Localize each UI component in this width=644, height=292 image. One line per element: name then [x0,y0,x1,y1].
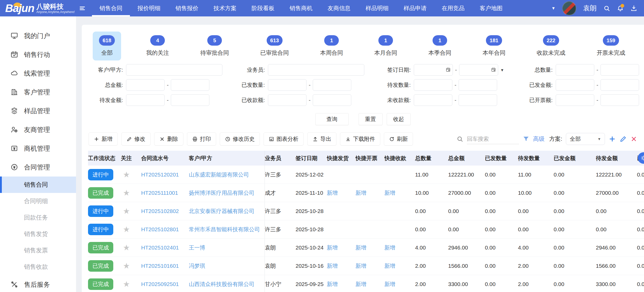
stat-card[interactable]: 1本周合同 [314,32,349,60]
hamburger-icon[interactable] [79,5,86,12]
sidebar-subitem[interactable]: 销售发票 [0,242,76,259]
filter-input-max[interactable] [601,94,639,106]
favorite-star-icon[interactable]: ★ [121,189,130,197]
reset-button[interactable]: 重置 [359,113,383,125]
nav-tab[interactable]: 销售合同 [92,0,130,16]
stat-card[interactable]: 1本月合同 [368,32,403,60]
plan-select[interactable]: 全部 ▼ [566,133,605,145]
filter-input-min[interactable] [126,79,165,91]
toolbar-button[interactable]: 修改历史 [220,132,260,145]
filter-input-min[interactable] [268,94,307,106]
quick-invoice-link[interactable]: 新增 [355,262,366,270]
quick-ship-link[interactable]: 新增 [327,262,338,270]
toolbar-button[interactable]: 图表分析 [264,132,304,145]
contract-number-link[interactable]: HT2025102802 [141,208,179,214]
nav-tab[interactable]: 客户地图 [472,0,510,16]
filter-input[interactable] [268,64,364,76]
brand-logo[interactable]: Bajun 八骏科技 Anyone,Anytime,Anywhere! [0,2,77,15]
filter-input-min[interactable] [414,79,452,91]
customer-link[interactable]: 冯梦琪 [189,262,205,270]
stat-card[interactable]: 5待审批合同 [194,32,235,60]
favorite-star-icon[interactable]: ★ [121,244,130,252]
stat-card[interactable]: 4我的关注 [140,32,175,60]
favorite-star-icon[interactable]: ★ [121,280,130,288]
stat-card[interactable]: 613已审批合同 [254,32,295,60]
quick-invoice-link[interactable]: 新增 [355,281,366,288]
filter-input-min[interactable] [268,79,307,91]
nav-tab[interactable]: 样品明细 [358,0,396,16]
nav-tab[interactable]: 报价明细 [130,0,168,16]
filter-input-max[interactable] [601,79,639,91]
sidebar-item[interactable]: 我的门户 [0,26,76,45]
contract-number-link[interactable]: HT2025102801 [141,226,179,233]
bell-icon[interactable] [617,5,624,12]
filter-input[interactable] [126,64,222,76]
quick-invoice-link[interactable]: 新增 [355,244,366,251]
nav-tab[interactable]: 技术方案 [206,0,244,16]
nav-tab[interactable]: 样品申请 [396,0,434,16]
sidebar-item[interactable]: 样品管理 [0,101,76,120]
quick-invoice-link[interactable]: 新增 [355,189,366,197]
toolbar-button[interactable]: 新增 [89,132,118,145]
customer-link[interactable]: 北京安泰医疗器械有限公司 [189,208,254,215]
favorite-star-icon[interactable]: ★ [121,207,130,215]
quick-ship-link[interactable]: 新增 [327,281,338,288]
contract-number-link[interactable]: HT2025120201 [141,172,179,178]
customer-link[interactable]: 常州市禾昌智能科技有限公司 [189,226,260,233]
avatar[interactable] [562,1,576,15]
toolbar-button[interactable]: 导出 [307,132,336,145]
sidebar-item[interactable]: 销售行动 [0,45,76,64]
contract-number-link[interactable]: HT2025111001 [141,190,178,196]
username[interactable]: 袁朗 [583,4,597,13]
nav-tab[interactable]: 友商信息 [320,0,358,16]
quick-collect-link[interactable]: 新增 [384,244,395,251]
customer-link[interactable]: 王一博 [189,244,205,251]
sidebar-subitem[interactable]: 回款任务 [0,209,76,226]
contract-number-link[interactable]: HT2025101601 [141,263,179,269]
nav-tab[interactable]: 阶段看板 [244,0,282,16]
sidebar-item[interactable]: 友商管理 [0,120,76,139]
quick-collect-link[interactable]: 新增 [384,281,395,288]
nav-tab[interactable]: 在用竞品 [434,0,472,16]
filter-input-max[interactable] [601,64,639,76]
contract-number-link[interactable]: HT2025092501 [141,281,179,287]
stat-card[interactable]: 1本季合同 [422,32,458,60]
favorite-star-icon[interactable]: ★ [121,171,130,179]
quick-ship-link[interactable]: 新增 [327,244,338,251]
stat-card[interactable]: 181本年合同 [476,32,512,60]
filter-input-min[interactable] [126,94,165,106]
collapse-button[interactable]: 收起 [387,113,411,125]
filter-input-max[interactable] [171,79,209,91]
stat-card[interactable]: 222收款未完成 [530,32,572,60]
quick-collect-link[interactable]: 新增 [384,189,395,197]
customer-link[interactable]: 山东盛宏新能源有限公司 [189,171,249,178]
toolbar-button[interactable]: 打印 [187,132,216,145]
advanced-filter-link[interactable]: 高级 [533,135,545,143]
sidebar-subitem[interactable]: 销售发货 [0,226,76,242]
toolbar-button[interactable]: 修改 [121,132,151,145]
customer-link[interactable]: 扬州博洋医疗用品有限公司 [189,189,254,197]
sidebar-subitem[interactable]: 销售合同 [0,177,76,193]
filter-input-min[interactable] [556,79,594,91]
filter-input-min[interactable] [556,94,594,106]
table-search-input[interactable] [467,134,519,144]
quick-ship-link[interactable]: 新增 [327,189,338,197]
sidebar-subitem[interactable]: 销售收款 [0,259,76,275]
filter-input-min[interactable] [556,64,594,76]
sidebar-item[interactable]: 售后服务 [0,275,76,292]
stat-card[interactable]: 159开票未完成 [590,32,632,60]
nav-more-caret-icon[interactable]: ▼ [551,6,555,11]
sidebar-item[interactable]: 客户管理 [0,83,76,101]
search-button[interactable]: 查询 [315,113,349,125]
filter-funnel-icon[interactable] [523,136,529,142]
filter-input-max[interactable] [313,79,351,91]
filter-input-max[interactable] [171,94,209,106]
toolbar-button[interactable]: 刷新 [384,132,413,145]
customer-link[interactable]: 山西清众科技股份有限公司 [189,281,254,288]
download-icon[interactable] [630,5,637,12]
toolbar-button[interactable]: 下载附件 [340,132,380,145]
sidebar-item[interactable]: 线索管理 [0,64,76,83]
nav-tab[interactable]: 销售商机 [282,0,320,16]
favorite-star-icon[interactable]: ★ [121,226,130,233]
sidebar-item[interactable]: 合同管理 [0,158,76,177]
